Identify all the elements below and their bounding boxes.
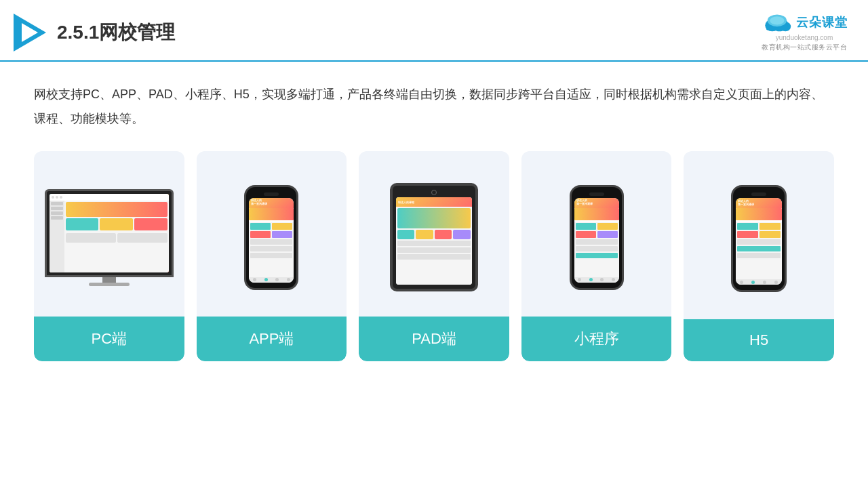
card-app-label: APP端 — [197, 317, 347, 361]
pc-mockup — [45, 189, 174, 286]
brand-logo: 云朵课堂 yunduoketang.com 教育机构一站式服务云平台 — [761, 12, 848, 52]
app-phone-mockup: 职达人的第一堂沟通课 — [244, 185, 298, 290]
brand-triangle-icon — [14, 14, 46, 52]
card-h5-image: 职达人的第一堂沟通课 — [684, 151, 834, 319]
card-pad-image: 职达人的课程 — [359, 151, 509, 317]
card-pc-label: PC端 — [34, 317, 184, 361]
main-content: 网校支持PC、APP、PAD、小程序、H5，实现多端打通，产品各终端自由切换，数… — [0, 62, 868, 375]
miniprogram-phone-mockup: 职达人的第一堂沟通课 — [570, 185, 624, 290]
svg-point-5 — [770, 16, 784, 24]
logo-subtitle: 教育机构一站式服务云平台 — [762, 43, 847, 52]
logo-domain: yunduoketang.com — [776, 34, 833, 41]
header-left: 2.5.1网校管理 — [14, 14, 175, 52]
pad-mockup: 职达人的课程 — [390, 183, 478, 291]
card-pc-image — [34, 151, 184, 317]
card-miniprogram: 职达人的第一堂沟通课 — [521, 151, 672, 361]
page-header: 2.5.1网校管理 云朵课堂 yunduoketang.com 教育机构一站式服… — [0, 0, 868, 62]
card-h5: 职达人的第一堂沟通课 — [684, 151, 834, 361]
card-miniprogram-label: 小程序 — [521, 317, 672, 361]
cloud-icon — [761, 12, 792, 33]
platform-cards: PC端 职达人的第一堂沟通课 — [34, 151, 834, 361]
card-pad: 职达人的课程 — [359, 151, 509, 361]
description-text: 网校支持PC、APP、PAD、小程序、H5，实现多端打通，产品各终端自由切换，数… — [34, 82, 834, 131]
card-h5-label: H5 — [684, 319, 834, 361]
h5-phone-mockup: 职达人的第一堂沟通课 — [731, 185, 787, 292]
page-title: 2.5.1网校管理 — [57, 20, 175, 45]
card-app-image: 职达人的第一堂沟通课 — [197, 151, 347, 317]
card-app: 职达人的第一堂沟通课 — [197, 151, 347, 361]
card-pad-label: PAD端 — [359, 317, 509, 361]
card-miniprogram-image: 职达人的第一堂沟通课 — [521, 151, 672, 317]
cloud-logo-mark: 云朵课堂 — [761, 12, 848, 33]
logo-text: 云朵课堂 — [796, 14, 848, 30]
card-pc: PC端 — [34, 151, 184, 361]
